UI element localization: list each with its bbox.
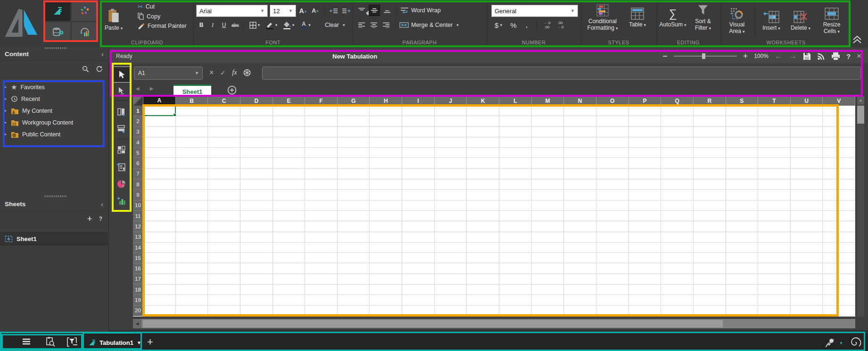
grid-cell[interactable] [273,242,306,253]
grid-cell[interactable] [726,306,759,316]
grid-cell[interactable] [467,274,499,284]
grid-cell[interactable] [240,232,273,242]
grid-cell[interactable] [823,263,855,274]
grid-cell[interactable] [305,284,338,295]
grid-cell[interactable] [435,242,467,253]
grid-cell[interactable] [499,148,532,158]
column-header-F[interactable]: F [305,96,338,106]
grid-cell[interactable] [726,263,759,274]
grid-cell[interactable] [143,306,176,316]
grid-cell[interactable] [176,106,208,116]
grid-cell[interactable] [176,232,208,242]
grid-cell[interactable] [143,253,176,263]
formula-input[interactable] [262,67,861,80]
zoom-slider-thumb[interactable] [702,53,705,59]
grid-cell[interactable] [532,127,564,137]
row-header-3[interactable]: 3 [133,127,143,137]
grid-cell[interactable] [791,211,823,221]
help-icon[interactable]: ? [846,52,851,60]
grid-cell[interactable] [596,284,629,295]
grid-cell[interactable] [758,263,791,274]
grid-cell[interactable] [273,211,306,221]
grid-cell[interactable] [143,169,176,179]
grid-cell[interactable] [791,148,823,158]
grid-cell[interactable] [791,263,823,274]
grid-cell[interactable] [143,274,176,284]
grid-cell[interactable] [823,306,855,316]
grid-cell[interactable] [273,179,306,190]
align-middle-button[interactable] [369,5,380,16]
grid-cell[interactable] [208,127,240,137]
grid-cell[interactable] [176,148,208,158]
grid-cell[interactable] [694,169,726,179]
expand-caret-icon[interactable]: ▶ [4,97,8,101]
grid-cell[interactable] [694,295,726,305]
grid-cell[interactable] [467,106,499,116]
align-left-button[interactable] [356,20,367,30]
grid-cell[interactable] [499,242,532,253]
grid-cell[interactable] [499,179,532,190]
grid-cell[interactable] [694,190,726,200]
grid-cell[interactable] [661,211,694,221]
grid-cell[interactable] [208,295,240,305]
grid-cell[interactable] [338,169,370,179]
grid-cell[interactable] [338,284,370,295]
grid-cell[interactable] [435,116,467,126]
grid-cell[interactable] [176,190,208,200]
grid-cell[interactable] [596,106,629,116]
grid-cell[interactable] [823,137,855,148]
grid-cell[interactable] [758,211,791,221]
grid-cell[interactable] [499,116,532,126]
bottom-tab-tabulation1[interactable]: Tabulation1 ▼ [88,336,141,349]
grid-cell[interactable] [758,158,791,168]
font-size-select[interactable]: 12▼ [270,5,296,17]
grid-cell[interactable] [791,306,823,316]
grid-cell[interactable] [694,242,726,253]
row-header-20[interactable]: 20 [133,306,143,316]
insert-report-tool-button[interactable] [113,159,130,175]
column-header-J[interactable]: J [435,96,467,106]
grid-cell[interactable] [305,253,338,263]
grid-cell[interactable] [338,148,370,158]
grid-cell[interactable] [273,295,306,305]
grid-cell[interactable] [564,137,596,148]
grid-cell[interactable] [629,158,661,168]
grid-cell[interactable] [823,158,855,168]
collapse-sheets-panel-icon[interactable]: ‹ [101,200,103,208]
grid-cell[interactable] [467,232,499,242]
grid-cell[interactable] [823,211,855,221]
column-header-N[interactable]: N [564,96,596,106]
redo-icon[interactable]: → [789,51,797,61]
grid-cell[interactable] [629,137,661,148]
grid-cell[interactable] [629,306,661,316]
sheet-tab-sheet1[interactable]: Sheet1 [174,84,211,98]
grid-cell[interactable] [435,201,467,211]
grid-cell[interactable] [499,253,532,263]
grid-cell[interactable] [402,284,435,295]
fx-icon[interactable]: fx [232,69,237,76]
grid-cell[interactable] [176,274,208,284]
percent-format-button[interactable]: % [508,20,519,30]
grid-cell[interactable] [758,274,791,284]
grid-cell[interactable] [532,232,564,242]
grid-cell[interactable] [305,190,338,200]
grid-cell[interactable] [823,148,855,158]
spiral-icon[interactable] [850,336,861,348]
grid-cell[interactable] [726,116,759,126]
grid-cell[interactable] [726,201,759,211]
grid-cell[interactable] [726,211,759,221]
grid-cell[interactable] [402,179,435,190]
collapse-content-panel-icon[interactable]: ‹ [101,50,104,58]
grid-cell[interactable] [694,116,726,126]
column-header-H[interactable]: H [370,96,402,106]
grid-cell[interactable] [338,221,370,232]
grid-cell[interactable] [564,116,596,126]
grid-cell[interactable] [823,295,855,305]
grid-cell[interactable] [694,158,726,168]
grid-cell[interactable] [208,179,240,190]
grid-cell[interactable] [273,127,306,137]
grid-cell[interactable] [694,201,726,211]
grid-cell[interactable] [629,169,661,179]
grid-cell[interactable] [143,116,176,126]
grid-cell[interactable] [726,284,759,295]
